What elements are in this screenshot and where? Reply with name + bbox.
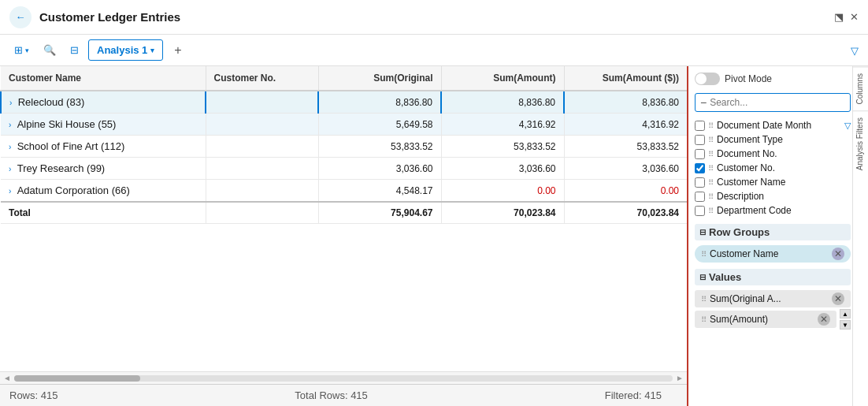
drag-handle-docdate[interactable]: ⠿ — [708, 121, 714, 130]
view-button[interactable]: ⊞ ▾ — [9, 41, 34, 59]
col-header-sum-amount-usd[interactable]: Sum(Amount ($)) — [564, 66, 687, 91]
remove-row-group-button[interactable]: ✕ — [832, 248, 844, 260]
col-header-customer-name[interactable]: Customer Name — [1, 66, 206, 91]
scrollbar-track[interactable] — [14, 375, 673, 382]
cell-customer-name: › School of Fine Art (112) — [1, 136, 206, 158]
toolbar-right: ▽ — [851, 43, 859, 58]
cell-sum3: 4,316.92 — [564, 114, 687, 136]
table-row[interactable]: › School of Fine Art (112) 53,833.52 53,… — [1, 136, 687, 158]
scroll-up-button[interactable]: ▲ — [840, 309, 851, 318]
col-label-custno: Customer No. — [717, 162, 775, 173]
col-label-docdate: Document Date Month — [717, 120, 811, 131]
values-header[interactable]: ⊟ Values — [695, 269, 851, 285]
scrollbar-thumb[interactable] — [14, 375, 140, 382]
drag-handle-val1[interactable]: ⠿ — [701, 295, 707, 304]
search-box[interactable]: − — [695, 93, 851, 112]
data-table: Customer Name Customer No. Sum(Original … — [0, 66, 687, 224]
total-label: Total — [1, 202, 206, 224]
col-header-sum-amount[interactable]: Sum(Amount) — [441, 66, 564, 91]
search-button[interactable]: 🔍 — [39, 41, 61, 59]
add-tab-button[interactable]: + — [168, 41, 187, 60]
col-item-docno: ⠿ Document No. — [695, 147, 851, 161]
scroll-down-button[interactable]: ▼ — [840, 320, 851, 330]
cell-customer-name: › Alpine Ski House (55) — [1, 114, 206, 136]
status-filtered: Filtered: 415 — [605, 389, 662, 401]
table-wrapper[interactable]: Customer Name Customer No. Sum(Original … — [0, 66, 687, 371]
drag-handle-val2[interactable]: ⠿ — [701, 315, 707, 324]
analysis-tab-label: Analysis 1 — [97, 44, 147, 56]
view-icon: ⊞ — [14, 44, 23, 56]
col-checkbox-custname[interactable] — [695, 177, 705, 188]
drag-handle-deptcode[interactable]: ⠿ — [708, 207, 714, 215]
filter-button[interactable]: ▽ — [851, 43, 859, 58]
col-checkbox-desc[interactable] — [695, 192, 705, 202]
col-checkbox-docdate[interactable] — [695, 121, 705, 131]
table-row[interactable]: › Adatum Corporation (66) 4,548.17 0.00 … — [1, 180, 687, 203]
cell-customer-name: › Adatum Corporation (66) — [1, 180, 206, 203]
table-header-row: Customer Name Customer No. Sum(Original … — [1, 66, 687, 91]
drag-handle-doctype[interactable]: ⠿ — [708, 136, 714, 144]
total-sum3: 70,023.84 — [564, 202, 687, 224]
cell-sum1: 53,833.52 — [318, 136, 441, 158]
value-label-sum-amount: Sum(Amount) — [710, 314, 814, 325]
table-row[interactable]: › Alpine Ski House (55) 5,649.58 4,316.9… — [1, 114, 687, 136]
search-input[interactable] — [710, 97, 845, 108]
analysis-filters-tab[interactable]: Analysis Filters — [853, 110, 868, 177]
table-row[interactable]: › Trey Research (99) 3,036.60 3,036.60 3… — [1, 158, 687, 180]
col-checkbox-deptcode[interactable] — [695, 206, 705, 216]
cell-text: Alpine Ski House (55) — [17, 118, 117, 130]
drag-handle-docno[interactable]: ⠿ — [708, 150, 714, 158]
total-sum2: 70,023.84 — [441, 202, 564, 224]
pivot-mode-toggle[interactable] — [695, 73, 720, 85]
open-new-window-button[interactable]: ⬔ — [834, 11, 844, 23]
col-item-custno: ⠿ Customer No. — [695, 161, 851, 175]
minimize-button[interactable]: ✕ — [850, 11, 859, 23]
expand-icon[interactable]: › — [9, 99, 12, 107]
row-groups-header[interactable]: ⊟ Row Groups — [695, 224, 851, 240]
col-checkbox-docno[interactable] — [695, 149, 705, 159]
search-minus-icon[interactable]: − — [700, 96, 707, 109]
cell-sum2: 3,036.60 — [441, 158, 564, 180]
drag-handle-rowgroup[interactable]: ⠿ — [701, 250, 707, 259]
back-icon: ← — [16, 11, 26, 23]
col-checkbox-custno[interactable] — [695, 163, 705, 173]
cell-sum1: 3,036.60 — [318, 158, 441, 180]
expand-icon[interactable]: › — [9, 165, 11, 173]
cell-sum2: 4,316.92 — [441, 114, 564, 136]
total-no — [206, 202, 318, 224]
cell-sum2: 53,833.52 — [441, 136, 564, 158]
row-groups-expand-icon: ⊟ — [699, 228, 706, 237]
col-label-custname: Customer Name — [717, 177, 785, 188]
columns-tab[interactable]: Columns — [853, 66, 868, 110]
filter-icon-docdate: ▽ — [844, 121, 851, 131]
values-list: ⠿ Sum(Original A... ✕ ⠿ Sum(Amount) ✕ ▲ … — [695, 289, 851, 330]
cell-sum3: 3,036.60 — [564, 158, 687, 180]
col-header-customer-no[interactable]: Customer No. — [206, 66, 318, 91]
col-label-doctype: Document Type — [717, 134, 783, 145]
col-header-sum-original[interactable]: Sum(Original — [318, 66, 441, 91]
table-row[interactable]: › Relecloud (83) 8,836.80 8,836.80 8,836… — [1, 91, 687, 114]
cell-sum3: 53,833.52 — [564, 136, 687, 158]
row-group-label: Customer Name — [710, 248, 829, 259]
drag-handle-custname[interactable]: ⠿ — [708, 178, 714, 187]
analysis-tab[interactable]: Analysis 1 ▾ — [88, 39, 163, 61]
cell-text: School of Fine Art (112) — [17, 140, 125, 152]
search-icon: 🔍 — [43, 44, 56, 56]
remove-value-sum-original-button[interactable]: ✕ — [832, 292, 844, 305]
main-content: Customer Name Customer No. Sum(Original … — [0, 66, 868, 406]
cell-text: Relecloud (83) — [18, 96, 85, 108]
horizontal-scrollbar[interactable]: ◄ ► — [0, 371, 687, 384]
col-checkbox-doctype[interactable] — [695, 135, 705, 145]
drag-handle-desc[interactable]: ⠿ — [708, 192, 714, 201]
expand-icon[interactable]: › — [9, 143, 11, 151]
table-icon-button[interactable]: ⊟ — [65, 41, 83, 59]
cell-text: Trey Research (99) — [17, 162, 106, 174]
pivot-mode-row: Pivot Mode — [695, 73, 851, 85]
cell-customer-name: › Relecloud (83) — [1, 91, 206, 114]
remove-value-sum-amount-button[interactable]: ✕ — [818, 313, 830, 326]
expand-icon[interactable]: › — [9, 121, 11, 129]
drag-handle-custno[interactable]: ⠿ — [708, 164, 714, 173]
expand-icon[interactable]: › — [9, 187, 11, 196]
cell-customer-no — [206, 158, 318, 180]
back-button[interactable]: ← — [9, 6, 32, 28]
